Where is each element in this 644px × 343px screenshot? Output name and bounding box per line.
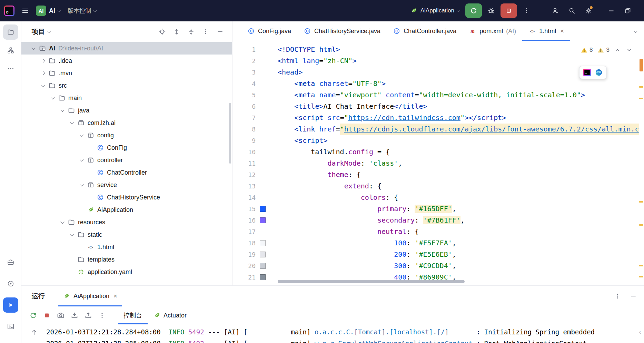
color-swatch[interactable] bbox=[260, 252, 266, 257]
settings-button[interactable] bbox=[581, 3, 596, 18]
run-more-button[interactable] bbox=[614, 292, 621, 300]
tree-item-controller[interactable]: controller bbox=[21, 154, 232, 166]
tree-item-config[interactable]: CConFig bbox=[21, 141, 232, 154]
editor-tab-pom-xml[interactable]: mpom.xml(AI) bbox=[463, 21, 522, 41]
vcs-widget[interactable]: 版本控制 bbox=[64, 3, 100, 18]
tree-chevron-icon[interactable] bbox=[40, 72, 46, 75]
tree-item-chatcontroller[interactable]: CChatController bbox=[21, 166, 232, 179]
tree-item-1-html[interactable]: <>1.html bbox=[21, 241, 232, 253]
tree-item-ai[interactable]: AID:\idea-in-out\AI bbox=[21, 42, 232, 55]
error-stripe[interactable] bbox=[638, 41, 644, 285]
color-swatch[interactable] bbox=[260, 206, 266, 212]
tree-item-src[interactable]: src bbox=[21, 79, 232, 92]
more-tool-windows-button[interactable] bbox=[3, 61, 18, 76]
terminal-tool-button[interactable] bbox=[3, 319, 18, 334]
code-line-7[interactable]: <script src="https://cdn.tailwindcss.com… bbox=[278, 112, 639, 124]
tree-item-chathistoryservice[interactable]: CChatHistoryService bbox=[21, 191, 232, 204]
debug-button[interactable] bbox=[484, 3, 498, 18]
code-line-16[interactable]: secondary: '#7B61FF', bbox=[278, 215, 639, 226]
inspections-widget[interactable]: 8 3 bbox=[578, 45, 635, 55]
tree-item-static[interactable]: static bbox=[21, 228, 232, 241]
code-line-4[interactable]: <meta charset="UTF-8"> bbox=[278, 78, 639, 89]
tree-item-idea[interactable]: .idea bbox=[21, 55, 232, 67]
tree-item-main[interactable]: main bbox=[21, 92, 232, 104]
console-scroll-arrow[interactable]: ‹ bbox=[639, 328, 641, 336]
code-line-2[interactable]: <html lang="zh-CN"> bbox=[278, 55, 639, 67]
code-line-12[interactable]: theme: { bbox=[278, 169, 639, 180]
editor-body[interactable]: 123456789101112131415161718192021 <!DOCT… bbox=[233, 41, 644, 285]
code-line-20[interactable]: 300: '#C9CDD4', bbox=[278, 260, 639, 272]
stop-button[interactable] bbox=[501, 3, 517, 18]
code-line-10[interactable]: tailwind.config = { bbox=[278, 146, 639, 158]
project-scrollbar[interactable] bbox=[229, 103, 231, 164]
intellij-logo-icon[interactable] bbox=[4, 6, 14, 16]
editor-tab-chatcontroller-java[interactable]: CChatController.java bbox=[387, 21, 463, 41]
export-button[interactable] bbox=[81, 309, 95, 322]
edge-browser-icon[interactable] bbox=[595, 69, 603, 76]
tree-item-mvn[interactable]: .mvn bbox=[21, 67, 232, 79]
color-swatch[interactable] bbox=[260, 240, 266, 246]
run-config-widget[interactable]: AiApplication bbox=[407, 3, 463, 18]
editor-tab-chathistoryservice-java[interactable]: CChatHistoryService.java bbox=[297, 21, 387, 41]
close-run-tab-icon[interactable]: × bbox=[113, 292, 117, 300]
structure-tool-button[interactable] bbox=[3, 43, 18, 58]
code-line-13[interactable]: extend: { bbox=[278, 180, 639, 192]
idea-preview-icon[interactable] bbox=[583, 69, 591, 76]
color-swatch[interactable] bbox=[260, 263, 266, 269]
code-line-17[interactable]: neutral: { bbox=[278, 226, 639, 237]
console-more-button[interactable] bbox=[95, 309, 109, 322]
close-tab-icon[interactable]: × bbox=[560, 27, 564, 35]
tree-chevron-icon[interactable] bbox=[59, 109, 66, 112]
tree-chevron-icon[interactable] bbox=[40, 84, 46, 87]
color-swatch[interactable] bbox=[260, 217, 266, 223]
run-button[interactable] bbox=[465, 3, 482, 18]
tab-overflow-button[interactable] bbox=[634, 28, 637, 34]
expand-all-button[interactable] bbox=[173, 28, 180, 36]
search-everywhere-button[interactable] bbox=[565, 3, 579, 18]
tree-chevron-icon[interactable] bbox=[59, 221, 66, 224]
tree-item-java[interactable]: java bbox=[21, 104, 232, 117]
tree-chevron-icon[interactable] bbox=[50, 97, 56, 99]
toolbox-tool-button[interactable] bbox=[3, 255, 18, 270]
chevron-down-icon[interactable] bbox=[47, 29, 51, 33]
tab-console[interactable]: 控制台 bbox=[118, 306, 148, 324]
color-swatch[interactable] bbox=[260, 274, 266, 280]
scroll-to-top-button[interactable] bbox=[30, 329, 38, 336]
hide-run-panel-button[interactable] bbox=[630, 292, 637, 300]
code-line-19[interactable]: 200: '#E5E6EB', bbox=[278, 249, 639, 260]
screenshot-button[interactable] bbox=[54, 309, 68, 322]
tab-actuator[interactable]: Actuator bbox=[148, 306, 192, 324]
horizontal-scrollbar[interactable] bbox=[278, 280, 465, 283]
next-problem-button[interactable] bbox=[625, 46, 633, 54]
tree-chevron-icon[interactable] bbox=[69, 233, 75, 236]
locate-file-button[interactable] bbox=[158, 28, 166, 36]
hide-panel-button[interactable] bbox=[216, 28, 224, 36]
code-line-8[interactable]: <link href="https://cdnjs.cloudflare.com… bbox=[278, 124, 639, 135]
project-widget[interactable]: AI AI bbox=[32, 3, 64, 18]
code-line-6[interactable]: <title>AI Chat Interface</title> bbox=[278, 101, 639, 112]
stop-console-button[interactable] bbox=[40, 309, 54, 322]
tree-item-templates[interactable]: templates bbox=[21, 253, 232, 266]
code-line-11[interactable]: darkMode: 'class', bbox=[278, 158, 639, 169]
tree-item-service[interactable]: service bbox=[21, 179, 232, 191]
editor-tab-config-java[interactable]: CConFig.java bbox=[241, 21, 297, 41]
tree-chevron-icon[interactable] bbox=[79, 134, 85, 137]
code-with-me-button[interactable] bbox=[548, 3, 563, 18]
tree-chevron-icon[interactable] bbox=[79, 184, 85, 186]
services-tool-button[interactable] bbox=[3, 276, 18, 291]
restore-button[interactable] bbox=[621, 3, 635, 18]
console-output[interactable]: 2026-01-03T12:21:28.284+08:00 INFO 5492 … bbox=[21, 324, 644, 343]
project-tool-button[interactable] bbox=[3, 24, 18, 40]
more-actions-button[interactable] bbox=[519, 3, 534, 18]
code-line-18[interactable]: 100: '#F5F7FA', bbox=[278, 237, 639, 249]
code-line-15[interactable]: primary: '#165DFF', bbox=[278, 203, 639, 215]
run-tool-button[interactable] bbox=[3, 297, 18, 313]
tree-chevron-icon[interactable] bbox=[79, 159, 85, 161]
tree-chevron-icon[interactable] bbox=[69, 121, 75, 124]
tree-item-application-yaml[interactable]: application.yaml bbox=[21, 266, 232, 278]
tree-item-resources[interactable]: resources bbox=[21, 216, 232, 228]
minimize-button[interactable] bbox=[604, 3, 618, 18]
rerun-button[interactable] bbox=[26, 309, 40, 322]
tree-chevron-icon[interactable] bbox=[30, 47, 37, 50]
main-menu-button[interactable] bbox=[18, 3, 32, 18]
